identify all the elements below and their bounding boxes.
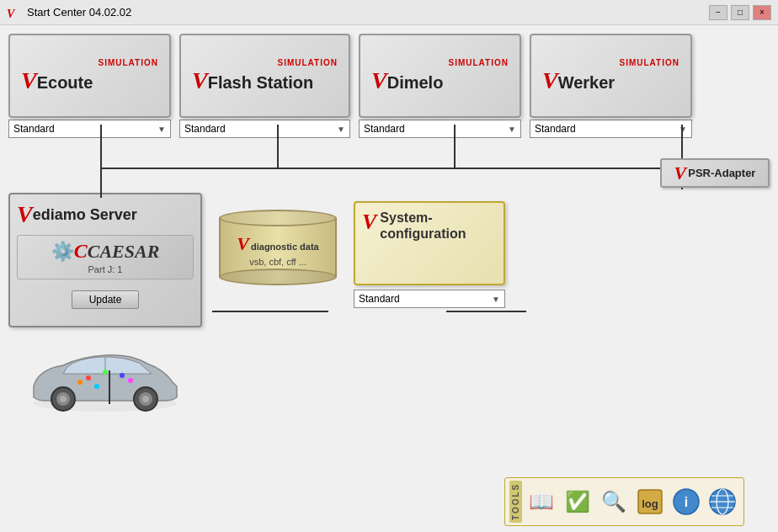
svg-text:i: i: [685, 495, 688, 509]
werker-name: Werker: [558, 73, 615, 93]
flashstation-dropdown-value: Standard: [184, 123, 226, 135]
werker-sim-label: SIMULATION: [542, 58, 679, 67]
psr-name: PSR-Adapter: [688, 167, 755, 179]
car-image-area: [8, 336, 202, 420]
sys-config-name-line2: configuration: [380, 226, 466, 242]
sys-config-name-line1: System-: [380, 210, 466, 226]
svg-point-15: [60, 396, 67, 402]
update-button[interactable]: Update: [72, 290, 140, 309]
car-icon: [21, 340, 189, 416]
vediamo-server-column: V ediamo Server ⚙️ C CAESAR Part J: 1: [8, 193, 202, 420]
flashstation-title: V Flash Station: [192, 67, 338, 94]
caesar-row: ⚙️ C CAESAR: [51, 240, 160, 263]
caesar-part: Part J: 1: [88, 264, 123, 274]
svg-point-24: [94, 384, 99, 389]
sys-config-name: System- configuration: [380, 210, 466, 242]
vediamo-v-logo: V: [17, 201, 33, 228]
info-icon[interactable]: i: [669, 485, 703, 519]
flashstation-dropdown-arrow: ▼: [337, 125, 345, 134]
dimelo-name: Dimelo: [387, 73, 444, 93]
ecoute-dropdown-value: Standard: [13, 123, 55, 135]
werker-dropdown[interactable]: Standard ▼: [530, 120, 692, 138]
caesar-v: C: [74, 240, 88, 263]
caesar-text: CAESAR: [88, 241, 160, 263]
flashstation-dropdown[interactable]: Standard ▼: [179, 120, 350, 138]
ecoute-title: V Ecoute: [21, 67, 158, 94]
tools-label: TOOLS: [509, 481, 522, 523]
titlebar-controls: − □ ×: [709, 5, 771, 20]
vediamo-server-title: V ediamo Server: [17, 201, 194, 228]
ecoute-sim-label: SIMULATION: [21, 58, 158, 67]
main-wrapper: SIMULATION V Ecoute Standard ▼ SIM: [8, 34, 770, 530]
tools-bar: TOOLS 📖 ✅ 🔍 log i: [504, 477, 744, 526]
web-icon[interactable]: [706, 485, 739, 519]
search-icon[interactable]: 🔍: [597, 485, 631, 519]
close-button[interactable]: ×: [753, 5, 771, 20]
dimelo-dropdown-arrow: ▼: [508, 125, 516, 134]
cylinder-top: [219, 210, 337, 226]
svg-point-23: [128, 378, 133, 383]
main-content: SIMULATION V Ecoute Standard ▼ SIM: [0, 25, 778, 532]
sys-config-dropdown-value: Standard: [359, 293, 400, 305]
cylinder-bottom: [219, 269, 337, 285]
svg-text:log: log: [642, 497, 658, 510]
maximize-button[interactable]: □: [731, 5, 749, 20]
titlebar-left: V Start Center 04.02.02: [7, 6, 131, 19]
titlebar: V Start Center 04.02.02 − □ ×: [0, 0, 778, 25]
vediamo-server-box: V ediamo Server ⚙️ C CAESAR Part J: 1: [8, 193, 202, 327]
minimize-button[interactable]: −: [709, 5, 727, 20]
ecoute-column: SIMULATION V Ecoute Standard ▼: [8, 34, 171, 138]
svg-point-20: [103, 370, 108, 375]
caesar-name-row: C CAESAR: [74, 240, 160, 263]
werker-card[interactable]: SIMULATION V Werker: [530, 34, 692, 118]
psr-v-logo: V: [674, 162, 687, 184]
titlebar-title: Start Center 04.02.02: [27, 6, 131, 19]
dimelo-dropdown-value: Standard: [364, 123, 405, 135]
flashstation-v-logo: V: [192, 67, 208, 94]
top-apps-row: SIMULATION V Ecoute Standard ▼ SIM: [8, 34, 770, 138]
update-btn-container: Update: [17, 286, 194, 309]
sys-config-title-row: V System- configuration: [362, 210, 466, 242]
werker-title: V Werker: [542, 67, 679, 94]
dimelo-card[interactable]: SIMULATION V Dimelo: [359, 34, 521, 118]
flashstation-card[interactable]: SIMULATION V Flash Station: [179, 34, 350, 118]
psr-adapter-area: V PSR-Adapter: [660, 158, 770, 188]
diag-v-logo: V: [237, 233, 249, 255]
dimelo-dropdown[interactable]: Standard ▼: [359, 120, 521, 138]
svg-text:V: V: [7, 8, 16, 19]
sys-config-column: V System- configuration Standard ▼: [354, 201, 505, 308]
bottom-section: V ediamo Server ⚙️ C CAESAR Part J: 1: [8, 193, 770, 420]
werker-v-logo: V: [542, 67, 558, 94]
manual-icon[interactable]: 📖: [525, 485, 558, 519]
check-icon[interactable]: ✅: [561, 485, 594, 519]
werker-column: SIMULATION V Werker Standard ▼: [530, 34, 692, 138]
sys-config-dropdown[interactable]: Standard ▼: [354, 290, 505, 308]
tools-area: TOOLS 📖 ✅ 🔍 log i: [504, 477, 744, 526]
svg-point-19: [86, 375, 91, 380]
svg-point-18: [142, 396, 149, 402]
ecoute-card[interactable]: SIMULATION V Ecoute: [8, 34, 171, 118]
werker-dropdown-arrow: ▼: [679, 125, 687, 134]
svg-point-21: [120, 373, 125, 378]
flashstation-sim-label: SIMULATION: [192, 58, 338, 67]
dimelo-title: V Dimelo: [371, 67, 509, 94]
app-icon: V: [7, 6, 20, 19]
vediamo-server-name: ediamo Server: [33, 206, 137, 224]
caesar-section: ⚙️ C CAESAR Part J: 1: [17, 235, 194, 279]
flashstation-column: SIMULATION V Flash Station Standard ▼: [179, 34, 350, 138]
psr-adapter-box[interactable]: V PSR-Adapter: [660, 158, 770, 188]
connection-spacer: [8, 142, 770, 184]
diag-line2: vsb, cbf, cff ...: [249, 257, 306, 267]
sys-config-box[interactable]: V System- configuration: [354, 201, 505, 285]
flashstation-name: Flash Station: [208, 73, 314, 93]
sys-config-dropdown-arrow: ▼: [492, 295, 500, 304]
dimelo-column: SIMULATION V Dimelo Standard ▼: [359, 34, 521, 138]
werker-dropdown-value: Standard: [535, 123, 576, 135]
diagnostic-data-area: V diagnostic data vsb, cbf, cff ...: [215, 210, 341, 285]
log-icon[interactable]: log: [633, 485, 667, 519]
cylinder-container: V diagnostic data vsb, cbf, cff ...: [215, 210, 341, 285]
ecoute-dropdown[interactable]: Standard ▼: [8, 120, 171, 138]
dimelo-v-logo: V: [371, 67, 387, 94]
diag-line1: diagnostic data: [251, 242, 319, 252]
dimelo-sim-label: SIMULATION: [371, 58, 509, 67]
